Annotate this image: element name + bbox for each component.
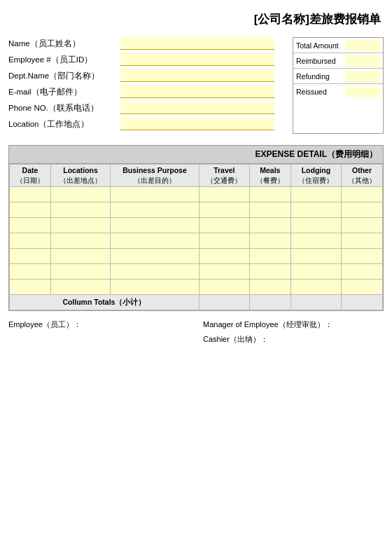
col-header-2: Business Purpose（出差目的）	[111, 165, 200, 187]
cell-r6-c3[interactable]	[199, 280, 249, 295]
summary-value-2[interactable]	[345, 71, 380, 82]
cell-r1-c3[interactable]	[199, 202, 249, 218]
summary-value-0[interactable]	[345, 40, 380, 51]
cell-r5-c2[interactable]	[111, 264, 200, 280]
cell-r1-c4[interactable]	[249, 202, 290, 218]
cell-r5-c1[interactable]	[50, 264, 110, 280]
cell-r4-c0[interactable]	[10, 249, 51, 264]
totals-row: Collumn Totals（小计）	[10, 295, 383, 310]
table-row	[10, 264, 383, 280]
cell-r3-c0[interactable]	[10, 233, 51, 249]
cell-r0-c6[interactable]	[341, 187, 382, 202]
cell-r5-c5[interactable]	[290, 264, 341, 280]
cell-r5-c0[interactable]	[10, 264, 51, 280]
cell-r3-c3[interactable]	[199, 233, 249, 249]
info-left: Name（员工姓名）Employee #（员工ID）Dept.Name（部门名称…	[8, 37, 287, 134]
summary-row-3: Reissued	[293, 84, 383, 99]
info-input-location[interactable]	[120, 118, 274, 130]
expense-section: EXPENSE DETAIL（费用明细） Date（日期）Locations（出…	[8, 145, 384, 311]
totals-value-4[interactable]	[249, 295, 290, 310]
cell-r4-c1[interactable]	[50, 249, 110, 264]
cell-r3-c6[interactable]	[341, 233, 382, 249]
cell-r4-c4[interactable]	[249, 249, 290, 264]
info-input-emp-id[interactable]	[120, 53, 274, 66]
info-input-name[interactable]	[120, 37, 274, 50]
cell-r2-c1[interactable]	[50, 218, 110, 233]
table-row	[10, 187, 383, 202]
table-header-row: Date（日期）Locations（出差地点）Business Purpose（…	[10, 165, 383, 187]
info-row-phone: Phone NO.（联系电话）	[8, 102, 287, 114]
cell-r0-c5[interactable]	[290, 187, 341, 202]
table-row	[10, 202, 383, 218]
info-input-phone[interactable]	[120, 102, 274, 114]
cell-r2-c0[interactable]	[10, 218, 51, 233]
cell-r2-c4[interactable]	[249, 218, 290, 233]
table-row	[10, 218, 383, 233]
cell-r1-c1[interactable]	[50, 202, 110, 218]
info-row-location: Location（工作地点）	[8, 118, 287, 130]
col-header-5: Lodging（住宿费）	[290, 165, 341, 187]
cell-r6-c0[interactable]	[10, 280, 51, 295]
cell-r3-c4[interactable]	[249, 233, 290, 249]
summary-row-0: Total Amount	[293, 38, 383, 53]
summary-label-2: Refunding	[296, 72, 345, 81]
cell-r4-c3[interactable]	[199, 249, 249, 264]
summary-label-3: Reissued	[296, 88, 345, 96]
cell-r6-c1[interactable]	[50, 280, 110, 295]
cell-r2-c2[interactable]	[111, 218, 200, 233]
totals-value-5[interactable]	[290, 295, 341, 310]
cell-r0-c4[interactable]	[249, 187, 290, 202]
info-label-name: Name（员工姓名）	[8, 39, 120, 49]
totals-value-3[interactable]	[199, 295, 249, 310]
cell-r5-c3[interactable]	[199, 264, 249, 280]
cell-r4-c2[interactable]	[111, 249, 200, 264]
cell-r6-c4[interactable]	[249, 280, 290, 295]
table-body: Collumn Totals（小计）	[10, 187, 383, 310]
table-row	[10, 249, 383, 264]
info-label-emp-id: Employee #（员工ID）	[8, 55, 120, 65]
cell-r4-c5[interactable]	[290, 249, 341, 264]
summary-label-0: Total Amount	[296, 41, 345, 50]
info-row-emp-id: Employee #（员工ID）	[8, 53, 287, 66]
info-label-location: Location（工作地点）	[8, 119, 120, 130]
employee-sig: Employee（员工）：	[8, 319, 189, 330]
info-label-phone: Phone NO.（联系电话）	[8, 103, 120, 113]
cell-r4-c6[interactable]	[341, 249, 382, 264]
cell-r0-c2[interactable]	[111, 187, 200, 202]
cell-r1-c5[interactable]	[290, 202, 341, 218]
cell-r0-c0[interactable]	[10, 187, 51, 202]
cell-r6-c2[interactable]	[111, 280, 200, 295]
info-row-name: Name（员工姓名）	[8, 37, 287, 50]
cell-r0-c3[interactable]	[199, 187, 249, 202]
info-row-email: E-mail（电子邮件）	[8, 85, 287, 98]
cell-r6-c5[interactable]	[290, 280, 341, 295]
cell-r2-c5[interactable]	[290, 218, 341, 233]
cell-r2-c3[interactable]	[199, 218, 249, 233]
col-header-1: Locations（出差地点）	[50, 165, 110, 187]
summary-value-3[interactable]	[345, 86, 380, 97]
info-input-dept[interactable]	[120, 69, 274, 82]
totals-label: Collumn Totals（小计）	[10, 295, 200, 310]
cell-r0-c1[interactable]	[50, 187, 110, 202]
info-label-dept: Dept.Name（部门名称）	[8, 71, 120, 81]
totals-value-6[interactable]	[341, 295, 382, 310]
cell-r1-c2[interactable]	[111, 202, 200, 218]
col-header-6: Other（其他）	[341, 165, 382, 187]
info-input-email[interactable]	[120, 85, 274, 98]
summary-value-1[interactable]	[345, 55, 380, 67]
page-title: [公司名称]差旅费报销单	[8, 11, 384, 27]
col-header-3: Travel（交通费）	[199, 165, 249, 187]
cell-r6-c6[interactable]	[341, 280, 382, 295]
summary-label-1: Reimbursed	[296, 57, 345, 65]
page: [公司名称]差旅费报销单 Name（员工姓名）Employee #（员工ID）D…	[0, 0, 392, 538]
cell-r5-c4[interactable]	[249, 264, 290, 280]
cell-r3-c1[interactable]	[50, 233, 110, 249]
cell-r1-c0[interactable]	[10, 202, 51, 218]
summary-row-1: Reimbursed	[293, 53, 383, 69]
cell-r2-c6[interactable]	[341, 218, 382, 233]
cell-r3-c2[interactable]	[111, 233, 200, 249]
cell-r1-c6[interactable]	[341, 202, 382, 218]
cell-r3-c5[interactable]	[290, 233, 341, 249]
cell-r5-c6[interactable]	[341, 264, 382, 280]
cashier-sig: Cashier（出纳）：	[203, 334, 384, 345]
